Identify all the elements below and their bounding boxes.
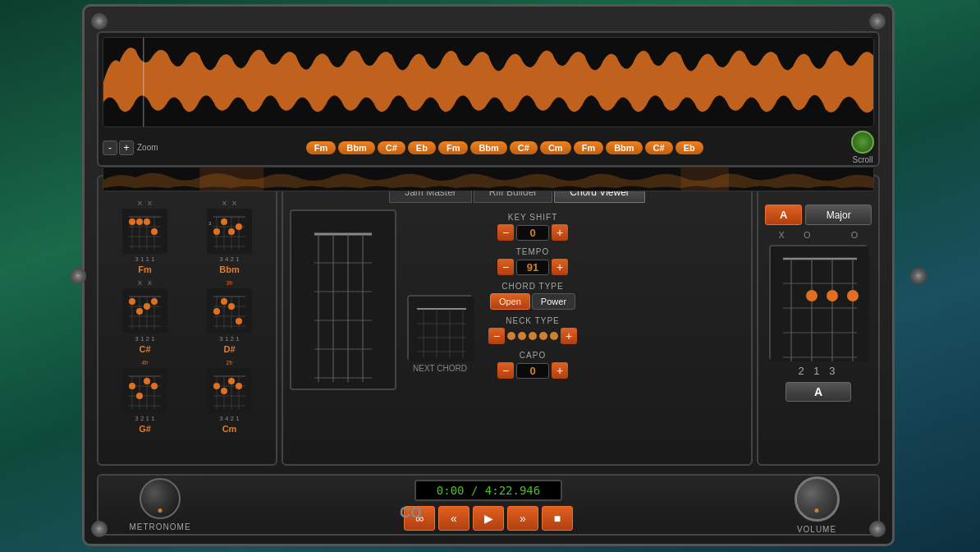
chord-fret-gs: 3 2 1 1 — [135, 415, 154, 422]
chord-tag-0[interactable]: Fm — [306, 141, 337, 154]
neck-type-plus[interactable]: + — [561, 328, 577, 344]
chord-diagram-bbm[interactable]: X X 3 — [190, 200, 269, 274]
forward-button[interactable]: » — [507, 506, 538, 531]
svg-point-42 — [136, 308, 143, 315]
chord-diagram-cs[interactable]: X X — [105, 279, 185, 354]
chord-tags-bar: Fm Bbm C# Eb Fm Bbm C# Cm Fm Bbm C# Eb — [163, 141, 847, 154]
tempo-plus[interactable]: + — [552, 259, 568, 275]
chord-type-open[interactable]: Open — [490, 293, 530, 310]
transport-section: METRONOME 0:00 / 4:22.946 ∞ « ▶ » ■ VOLU… — [97, 474, 880, 536]
chord-tag-6[interactable]: C# — [510, 141, 538, 154]
chord-type-control: CHORD TYPE Open Power — [487, 282, 579, 310]
tempo-minus[interactable]: − — [497, 259, 514, 275]
chord-viewer-large — [290, 209, 396, 458]
svg-point-56 — [228, 303, 235, 310]
volume-label: VOLUME — [797, 525, 836, 534]
volume-knob-dot — [815, 508, 819, 513]
capo-stepper: − 0 + — [497, 362, 568, 379]
zoom-minus-button[interactable]: - — [103, 140, 117, 155]
zoom-plus-button[interactable]: + — [119, 140, 134, 155]
chord-diagram-ds[interactable]: 3fr — [190, 279, 269, 354]
svg-point-15 — [136, 218, 143, 225]
svg-rect-84 — [302, 218, 384, 382]
chord-tag-11[interactable]: Eb — [675, 141, 703, 154]
svg-point-80 — [213, 383, 220, 389]
neck-dot-5 — [550, 332, 558, 340]
key-shift-minus[interactable]: − — [497, 224, 514, 241]
svg-point-67 — [129, 383, 135, 389]
chord-tag-5[interactable]: Bbm — [470, 141, 506, 154]
volume-area: VOLUME — [767, 476, 866, 534]
screw-bl — [91, 521, 108, 537]
rewind-button[interactable]: « — [438, 506, 469, 531]
waveform-controls: - + Zoom Fm Bbm C# Eb Fm Bbm C# Cm Fm Bb… — [103, 131, 874, 164]
finder-key-button[interactable]: A — [765, 205, 802, 225]
finder-type-button[interactable]: Major — [805, 205, 872, 225]
chord-name-cm: Cm — [222, 424, 237, 434]
chord-name-ds: D# — [223, 344, 235, 354]
neck-type-minus[interactable]: − — [488, 328, 505, 344]
screw-tl — [91, 13, 108, 30]
chord-neck-gs — [122, 368, 167, 413]
tempo-value: 91 — [516, 260, 549, 275]
svg-rect-3 — [199, 168, 263, 191]
chord-tag-1[interactable]: Bbm — [338, 141, 374, 154]
chord-tag-2[interactable]: C# — [378, 141, 405, 154]
string-x-1: X — [779, 230, 785, 240]
svg-point-17 — [151, 228, 158, 235]
chord-name-cs: C# — [139, 344, 150, 354]
neck-dot-2 — [518, 332, 526, 340]
scroll-knob[interactable] — [851, 131, 874, 154]
chord-grid: X X — [105, 200, 269, 434]
key-shift-control: KEY SHIFT − 0 + — [487, 213, 579, 241]
string-blank-1 — [830, 230, 832, 240]
chord-name-fm: Fm — [138, 264, 152, 274]
tempo-stepper: − 91 + — [497, 259, 568, 275]
capo-plus[interactable]: + — [552, 362, 568, 379]
capo-minus[interactable]: − — [497, 362, 514, 379]
chord-tag-3[interactable]: Eb — [408, 141, 436, 154]
svg-point-69 — [144, 378, 150, 384]
chord-type-power[interactable]: Power — [532, 293, 575, 310]
svg-point-31 — [236, 223, 242, 230]
zoom-controls: - + Zoom — [103, 140, 158, 155]
string-o-1: O — [804, 230, 811, 240]
play-button[interactable]: ▶ — [473, 506, 504, 531]
chord-tag-8[interactable]: Fm — [574, 141, 604, 154]
screw-tr — [869, 13, 886, 30]
tab-content: NEXT CHORD KEY SHIFT − 0 + — [283, 203, 751, 464]
svg-point-70 — [151, 383, 158, 389]
center-panel: Jam Master Riff Builder Chord Viewer — [282, 175, 753, 466]
chord-tag-4[interactable]: Fm — [438, 141, 469, 154]
finder-neck — [769, 245, 868, 360]
chord-diagram-gs[interactable]: 4fr — [105, 359, 185, 434]
chord-tag-9[interactable]: Bbm — [606, 141, 642, 154]
metronome-knob[interactable] — [140, 478, 181, 519]
chord-tag-7[interactable]: Cm — [540, 141, 571, 154]
neck-type-control: NECK TYPE − + — [487, 316, 579, 344]
finder-key-select: A Major — [765, 205, 872, 225]
chord-tag-10[interactable]: C# — [645, 141, 673, 154]
chord-diagram-fm[interactable]: X X — [105, 200, 185, 274]
zoom-label: Zoom — [137, 143, 158, 152]
neck-dot-1 — [507, 332, 515, 340]
screw-br — [869, 521, 886, 537]
transport-center: 0:00 / 4:22.946 ∞ « ▶ » ■ — [209, 480, 767, 531]
svg-point-83 — [236, 383, 242, 389]
stop-button[interactable]: ■ — [542, 506, 573, 531]
key-shift-plus[interactable]: + — [552, 224, 568, 241]
tempo-control: TEMPO − 91 + — [487, 247, 579, 275]
screw-right-bot: + — [910, 268, 927, 284]
svg-point-44 — [151, 298, 158, 305]
chord-neck-cm — [207, 368, 252, 413]
svg-point-14 — [129, 218, 135, 225]
svg-rect-71 — [207, 368, 252, 413]
next-chord-label: NEXT CHORD — [413, 364, 467, 373]
chord-diagram-cm[interactable]: 2fr — [190, 359, 269, 434]
time-display: 0:00 / 4:22.946 — [414, 480, 562, 501]
svg-rect-5 — [122, 209, 167, 254]
volume-knob[interactable] — [795, 476, 840, 522]
viewer-controls: KEY SHIFT − 0 + TEMPO − 91 + — [483, 209, 582, 458]
svg-rect-95 — [409, 297, 474, 362]
large-neck — [290, 209, 396, 390]
